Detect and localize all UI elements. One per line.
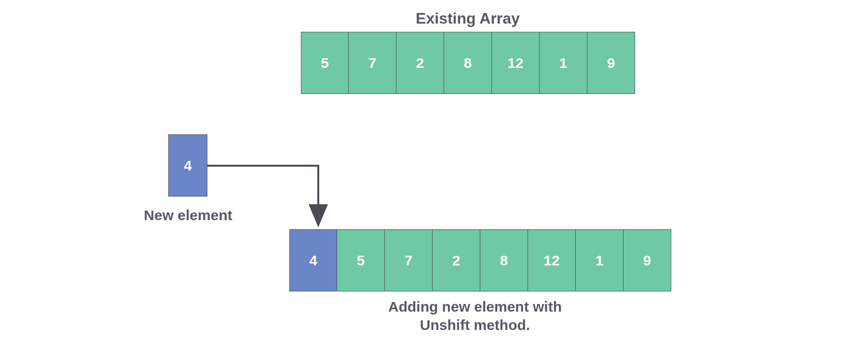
result-label-line1: Adding new element with — [388, 299, 562, 315]
array-cell: 2 — [433, 229, 480, 291]
diagram-canvas: Existing Array 5 7 2 8 12 1 9 4 New elem… — [0, 0, 868, 342]
array-cell: 4 — [289, 229, 337, 291]
array-cell: 7 — [385, 229, 433, 291]
array-cell: 8 — [480, 229, 528, 291]
array-cell: 9 — [624, 229, 671, 291]
array-cell: 12 — [528, 229, 576, 291]
array-cell: 1 — [576, 229, 624, 291]
result-array: 4 5 7 2 8 12 1 9 — [289, 229, 671, 291]
result-label-line2: Unshift method. — [420, 317, 530, 333]
array-cell: 5 — [337, 229, 385, 291]
result-label: Adding new element with Unshift method. — [289, 298, 661, 334]
